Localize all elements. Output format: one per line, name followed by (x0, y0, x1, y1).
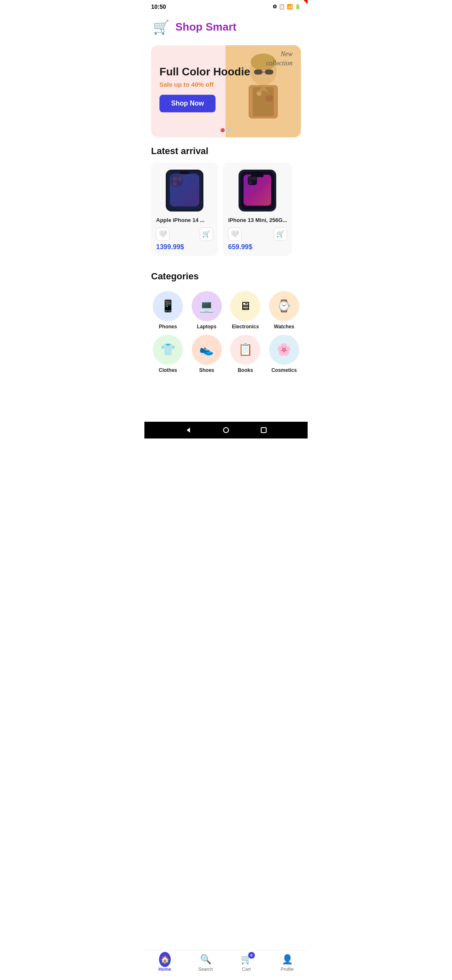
product-image-1 (156, 168, 213, 214)
watches-icon: ⌚ (277, 299, 291, 313)
categories-grid: 📱 Phones 💻 Laptops 🖥 Electronics ⌚ Watch… (144, 291, 308, 380)
wishlist-button-2[interactable]: 🤍 (228, 227, 241, 241)
svg-rect-9 (253, 87, 274, 116)
wishlist-button-1[interactable]: 🤍 (156, 227, 170, 241)
app-header: 🛒 Shop Smart (144, 13, 308, 42)
product-price-1: 1399.99$ (156, 243, 213, 251)
category-electronics[interactable]: 🖥 Electronics (229, 291, 262, 330)
back-button[interactable] (184, 426, 193, 434)
new-collection-text: New collection (266, 49, 293, 68)
cosmetics-label: Cosmetics (271, 367, 297, 373)
products-row: Apple iPhone 14 ... 🤍 🛒 1399.99$ (151, 162, 301, 259)
product-card-1: Apple iPhone 14 ... 🤍 🛒 1399.99$ (151, 162, 218, 256)
svg-rect-25 (170, 174, 199, 206)
clothes-label: Clothes (159, 367, 177, 373)
settings-icon: ⚙ (272, 4, 277, 10)
home-button[interactable] (222, 426, 230, 434)
category-phones[interactable]: 📱 Phones (151, 291, 185, 330)
banner-subtitle: Sale up to 40% off (159, 81, 250, 88)
svg-rect-30 (244, 175, 271, 206)
new-label: New (266, 49, 293, 59)
product-price-2: 659.99$ (228, 243, 287, 251)
cosmetics-icon-wrap: 🌸 (269, 335, 299, 365)
product-card-2: iPhone 13 Mini, 256G... 🤍 🛒 659.99$ (223, 162, 292, 256)
dot-1[interactable] (221, 128, 225, 132)
add-to-cart-button-1[interactable]: 🛒 (200, 227, 213, 241)
svg-rect-38 (261, 428, 266, 433)
iphone14-image (166, 170, 203, 211)
svg-rect-5 (254, 70, 262, 75)
status-icons: ⚙ 📋 📶 🔋 (272, 4, 301, 10)
category-cosmetics[interactable]: 🌸 Cosmetics (267, 335, 301, 373)
status-time: 10:50 (151, 3, 166, 10)
android-nav (144, 422, 308, 438)
dot-2[interactable] (227, 128, 231, 132)
status-bar: 10:50 ⚙ 📋 📶 🔋 (144, 0, 308, 13)
svg-point-35 (248, 181, 252, 185)
books-icon: 📋 (238, 343, 253, 356)
phones-icon: 📱 (161, 299, 175, 313)
watches-icon-wrap: ⌚ (269, 291, 299, 321)
app-logo: 🛒 (151, 17, 171, 37)
books-icon-wrap: 📋 (230, 335, 260, 365)
svg-rect-13 (265, 95, 273, 101)
svg-text:🛒: 🛒 (153, 19, 170, 35)
latest-arrival-title: Latest arrival (151, 146, 301, 157)
clothes-icon-wrap: 👕 (153, 335, 183, 365)
laptops-label: Laptops (197, 324, 216, 330)
wifi-icon: 📶 (287, 4, 293, 10)
categories-title: Categories (151, 271, 301, 282)
clipboard-icon: 📋 (279, 4, 285, 10)
laptops-icon-wrap: 💻 (192, 291, 222, 321)
banner-title: Full Color Hoodie (159, 65, 250, 78)
category-shoes[interactable]: 👟 Shoes (190, 335, 224, 373)
recents-button[interactable] (259, 426, 268, 434)
product-name-2: iPhone 13 Mini, 256G... (228, 217, 287, 224)
phones-label: Phones (159, 324, 177, 330)
svg-point-37 (223, 428, 229, 433)
add-to-cart-button-2[interactable]: 🛒 (274, 227, 287, 241)
svg-marker-36 (187, 428, 190, 433)
battery-icon: 🔋 (295, 4, 301, 10)
banner-dots (221, 128, 231, 132)
clothes-icon: 👕 (161, 343, 175, 356)
promo-banner: Full Color Hoodie Sale up to 40% off Sho… (151, 45, 301, 137)
svg-point-33 (248, 176, 252, 181)
electronics-icon: 🖥 (239, 299, 251, 313)
iphone13-image (239, 170, 276, 211)
category-watches[interactable]: ⌚ Watches (267, 291, 301, 330)
svg-rect-6 (265, 70, 273, 75)
product-name-1: Apple iPhone 14 ... (156, 217, 213, 224)
electronics-label: Electronics (232, 324, 259, 330)
product-image-2 (228, 168, 287, 214)
product-actions-1: 🤍 🛒 (156, 227, 213, 241)
books-label: Books (238, 367, 253, 373)
electronics-icon-wrap: 🖥 (230, 291, 260, 321)
phones-icon-wrap: 📱 (153, 291, 183, 321)
collection-label: collection (266, 59, 293, 68)
laptops-icon: 💻 (199, 299, 214, 313)
watches-label: Watches (274, 324, 294, 330)
banner-content: Full Color Hoodie Sale up to 40% off Sho… (159, 65, 250, 112)
product-actions-2: 🤍 🛒 (228, 227, 287, 241)
latest-arrival-section: Latest arrival (144, 137, 308, 263)
categories-section: Categories (144, 263, 308, 291)
app-title: Shop Smart (175, 21, 236, 34)
category-clothes[interactable]: 👕 Clothes (151, 335, 185, 373)
category-laptops[interactable]: 💻 Laptops (190, 291, 224, 330)
shoes-icon: 👟 (199, 343, 214, 356)
category-books[interactable]: 📋 Books (229, 335, 262, 373)
cosmetics-icon: 🌸 (277, 343, 291, 356)
shop-now-button[interactable]: Shop Now (159, 95, 216, 112)
svg-point-34 (252, 176, 257, 181)
shoes-label: Shoes (199, 367, 214, 373)
shoes-icon-wrap: 👟 (192, 335, 222, 365)
